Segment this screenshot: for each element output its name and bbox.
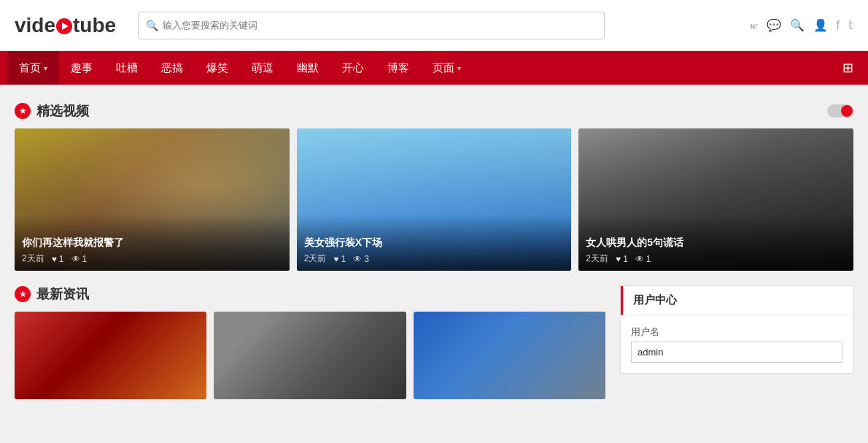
news-card-2[interactable] xyxy=(214,312,406,399)
video-meta-2: 2天前 ♥ 1 👁 3 xyxy=(304,253,565,265)
featured-section-header: 精选视频 xyxy=(15,102,853,120)
search-bar: 🔍 xyxy=(138,12,605,39)
main-content: 精选视频 你们再这样我就报警了 2天前 ♥ 1 👁 1 美女强行装X下场 2天前 xyxy=(0,85,868,407)
nav-item-baoxiao[interactable]: 爆笑 xyxy=(195,51,240,85)
logo-play-icon xyxy=(56,18,72,34)
featured-title: 精选视频 xyxy=(36,102,89,120)
featured-toggle[interactable] xyxy=(827,104,853,118)
nav-item-egao[interactable]: 恶搞 xyxy=(150,51,195,85)
user-center-body: 用户名 xyxy=(621,315,853,373)
logo-text-vide: vide xyxy=(15,14,55,36)
nav-arrow-pages: ▾ xyxy=(457,64,461,72)
video-views-1: 👁 1 xyxy=(71,254,88,264)
nav-item-qushi[interactable]: 趣事 xyxy=(59,51,104,85)
search2-icon[interactable]: 🔍 xyxy=(790,18,805,32)
video-time-1: 2天前 xyxy=(22,253,44,265)
search-icon: 🔍 xyxy=(146,20,158,31)
user-center-header: 用户中心 xyxy=(621,286,853,315)
video-grid: 你们再这样我就报警了 2天前 ♥ 1 👁 1 美女强行装X下场 2天前 ♥ 1 … xyxy=(15,128,853,271)
video-overlay-1: 你们再这样我就报警了 2天前 ♥ 1 👁 1 xyxy=(15,215,290,271)
header-social: 𝒘 💬 🔍 👤 f 𝕥 xyxy=(735,18,853,32)
news-section: 最新资讯 xyxy=(15,285,605,399)
nav-item-mengdou[interactable]: 萌逗 xyxy=(240,51,285,85)
news-card-3[interactable] xyxy=(414,312,605,399)
username-label: 用户名 xyxy=(631,325,842,339)
video-likes-3: ♥ 1 xyxy=(616,254,628,264)
video-overlay-3: 女人哄男人的5句谎话 2天前 ♥ 1 👁 1 xyxy=(578,215,853,271)
video-likes-2: ♥ 1 xyxy=(333,254,346,264)
video-meta-3: 2天前 ♥ 1 👁 1 xyxy=(586,253,846,265)
news-header: 最新资讯 xyxy=(15,285,605,303)
video-views-3: 👁 1 xyxy=(635,254,651,264)
video-title-2: 美女强行装X下场 xyxy=(304,236,565,250)
video-time-3: 2天前 xyxy=(586,253,608,265)
nav-item-pages[interactable]: 页面 ▾ xyxy=(421,51,473,85)
twitter-icon[interactable]: 𝕥 xyxy=(848,18,853,32)
rss-icon[interactable]: ⊞ xyxy=(835,60,861,76)
weibo-icon[interactable]: 𝒘 xyxy=(750,19,758,32)
news-section-title: 最新资讯 xyxy=(36,285,89,303)
video-card-1[interactable]: 你们再这样我就报警了 2天前 ♥ 1 👁 1 xyxy=(15,128,290,271)
wechat-icon[interactable]: 💬 xyxy=(767,18,781,32)
nav-item-tucao[interactable]: 吐槽 xyxy=(104,51,150,85)
header: videtube 🔍 𝒘 💬 🔍 👤 f 𝕥 xyxy=(0,0,868,51)
user-icon[interactable]: 👤 xyxy=(813,18,828,32)
video-card-2[interactable]: 美女强行装X下场 2天前 ♥ 1 👁 3 xyxy=(297,128,572,271)
nav-arrow-home: ▾ xyxy=(44,64,47,72)
video-card-3[interactable]: 女人哄男人的5句谎话 2天前 ♥ 1 👁 1 xyxy=(578,128,853,271)
sidebar: 用户中心 用户名 xyxy=(620,285,853,399)
toggle-dot xyxy=(841,105,853,117)
search-input[interactable] xyxy=(163,20,597,31)
nav-item-home[interactable]: 首页 ▾ xyxy=(7,51,59,85)
main-nav: 首页 ▾ 趣事 吐槽 恶搞 爆笑 萌逗 幽默 开心 博客 页面 ▾ ⊞ xyxy=(0,51,868,85)
video-meta-1: 2天前 ♥ 1 👁 1 xyxy=(22,253,282,265)
nav-item-boke[interactable]: 博客 xyxy=(376,51,421,85)
facebook-icon[interactable]: f xyxy=(837,19,840,32)
username-input[interactable] xyxy=(631,342,842,363)
user-center-box: 用户中心 用户名 xyxy=(620,285,853,374)
video-views-2: 👁 3 xyxy=(353,254,369,264)
logo-text-tube: tube xyxy=(73,14,116,36)
lower-section: 最新资讯 用户中心 用户名 xyxy=(15,285,853,399)
nav-item-kaixin[interactable]: 开心 xyxy=(330,51,376,85)
video-time-2: 2天前 xyxy=(304,253,327,265)
nav-item-youmo[interactable]: 幽默 xyxy=(285,51,330,85)
video-overlay-2: 美女强行装X下场 2天前 ♥ 1 👁 3 xyxy=(297,215,572,271)
logo[interactable]: videtube xyxy=(15,14,116,37)
news-star-icon xyxy=(15,286,31,302)
video-title-3: 女人哄男人的5句谎话 xyxy=(586,236,846,250)
featured-controls xyxy=(827,104,853,118)
featured-star-icon xyxy=(15,103,31,119)
video-title-1: 你们再这样我就报警了 xyxy=(22,236,282,250)
news-grid xyxy=(15,312,605,399)
news-card-1[interactable] xyxy=(15,312,206,399)
video-likes-1: ♥ 1 xyxy=(52,254,64,264)
